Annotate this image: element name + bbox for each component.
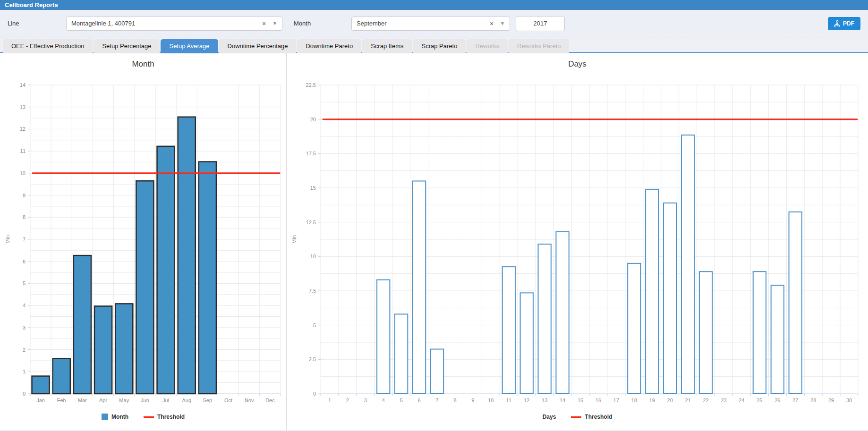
pdf-button-label: PDF xyxy=(843,20,854,27)
svg-text:23: 23 xyxy=(721,397,726,403)
bar-May[interactable] xyxy=(115,304,133,394)
days-chart-panel: Days 02.557.51012.51517.52022.5Min123456… xyxy=(287,53,868,430)
bar-22[interactable] xyxy=(699,271,712,394)
svg-text:4: 4 xyxy=(23,303,26,308)
svg-text:7: 7 xyxy=(23,237,26,242)
svg-text:27: 27 xyxy=(792,397,798,403)
bar-5[interactable] xyxy=(395,314,408,394)
svg-text:3: 3 xyxy=(364,397,367,403)
bar-Apr[interactable] xyxy=(94,306,112,394)
svg-text:Min: Min xyxy=(291,235,297,244)
svg-text:7.5: 7.5 xyxy=(309,288,316,294)
clear-icon[interactable]: × xyxy=(486,20,497,27)
svg-text:10: 10 xyxy=(20,170,26,176)
svg-text:Oct: Oct xyxy=(224,397,232,403)
svg-text:22.5: 22.5 xyxy=(306,82,316,88)
pdf-button[interactable]: PDF xyxy=(828,17,860,30)
legend-item-threshold[interactable]: Threshold xyxy=(144,414,185,420)
clear-icon[interactable]: × xyxy=(258,20,270,27)
bar-Feb[interactable] xyxy=(53,358,70,394)
bar-25[interactable] xyxy=(753,271,766,394)
tab-downtime-percentage[interactable]: Downtime Percentage xyxy=(219,39,297,53)
tab-downtime-pareto[interactable]: Downtime Pareto xyxy=(297,39,361,53)
tab-reworks-pareto: Reworks Pareto xyxy=(509,39,569,53)
svg-text:17.5: 17.5 xyxy=(306,151,316,156)
bar-27[interactable] xyxy=(789,212,802,394)
bar-Aug[interactable] xyxy=(178,117,196,394)
legend-label: Threshold xyxy=(157,414,185,420)
bar-Jun[interactable] xyxy=(136,181,153,394)
svg-text:21: 21 xyxy=(685,397,691,403)
month-chart-panel: Month 01234567891011121314MinJanFebMarAp… xyxy=(0,53,287,430)
bar-21[interactable] xyxy=(681,135,694,394)
svg-text:10: 10 xyxy=(488,397,494,403)
svg-text:4: 4 xyxy=(382,397,385,403)
legend-item-month[interactable]: Month xyxy=(102,414,128,420)
month-select[interactable]: September × ▼ xyxy=(351,17,510,31)
svg-text:15: 15 xyxy=(310,185,316,191)
svg-text:Jun: Jun xyxy=(141,397,149,403)
legend-label: Threshold xyxy=(585,414,612,420)
app-title: Cellboard Reports xyxy=(0,0,868,10)
tab-setup-percentage[interactable]: Setup Percentage xyxy=(94,39,160,53)
svg-text:12: 12 xyxy=(524,397,529,403)
svg-text:May: May xyxy=(119,397,129,403)
svg-text:25: 25 xyxy=(757,397,762,403)
chevron-down-icon[interactable]: ▼ xyxy=(497,21,505,26)
line-select-value: Montagelinie 1, 400791 xyxy=(71,20,258,27)
svg-text:2: 2 xyxy=(23,347,26,353)
line-select[interactable]: Montagelinie 1, 400791 × ▼ xyxy=(66,17,282,31)
svg-text:Feb: Feb xyxy=(57,397,66,403)
bar-6[interactable] xyxy=(413,181,425,394)
svg-text:9: 9 xyxy=(23,193,26,198)
svg-text:15: 15 xyxy=(578,397,583,403)
bar-Jan[interactable] xyxy=(32,376,50,394)
month-chart-legend: MonthThreshold xyxy=(0,414,286,420)
tab-scrap-pareto[interactable]: Scrap Pareto xyxy=(413,39,466,53)
tab-setup-average[interactable]: Setup Average xyxy=(161,39,218,53)
legend-swatch xyxy=(102,414,108,420)
svg-text:9: 9 xyxy=(471,397,474,403)
svg-text:8: 8 xyxy=(23,214,26,220)
svg-text:Apr: Apr xyxy=(99,397,107,403)
month-chart[interactable]: 01234567891011121314MinJanFebMarAprMayJu… xyxy=(0,69,286,411)
bar-4[interactable] xyxy=(377,280,390,394)
bar-Mar[interactable] xyxy=(74,255,91,394)
bar-7[interactable] xyxy=(431,349,443,394)
svg-text:12: 12 xyxy=(20,126,26,132)
month-select-value: September xyxy=(357,20,486,27)
bar-18[interactable] xyxy=(628,263,640,394)
bar-13[interactable] xyxy=(538,244,551,394)
month-chart-title: Month xyxy=(0,59,286,69)
svg-text:Jul: Jul xyxy=(162,397,169,403)
bar-20[interactable] xyxy=(664,203,676,394)
svg-text:10: 10 xyxy=(310,254,316,259)
bar-Sep[interactable] xyxy=(199,162,216,394)
year-input[interactable] xyxy=(516,16,565,31)
bar-12[interactable] xyxy=(520,293,533,394)
svg-text:3: 3 xyxy=(23,325,26,330)
svg-text:11: 11 xyxy=(506,397,511,403)
svg-text:1: 1 xyxy=(328,397,331,403)
svg-text:29: 29 xyxy=(828,397,834,403)
bar-14[interactable] xyxy=(556,232,569,394)
legend-item-threshold[interactable]: Threshold xyxy=(571,414,612,420)
bar-19[interactable] xyxy=(646,189,658,394)
bar-26[interactable] xyxy=(771,285,784,394)
svg-text:0: 0 xyxy=(23,391,26,397)
days-chart[interactable]: 02.557.51012.51517.52022.5Min12345678910… xyxy=(287,69,868,411)
svg-text:26: 26 xyxy=(774,397,780,403)
svg-text:13: 13 xyxy=(542,397,547,403)
bar-11[interactable] xyxy=(502,267,515,394)
svg-text:2.5: 2.5 xyxy=(309,356,316,362)
legend-line xyxy=(144,416,154,418)
legend-item-days[interactable]: Days xyxy=(543,414,556,420)
chevron-down-icon[interactable]: ▼ xyxy=(270,21,277,26)
svg-text:17: 17 xyxy=(613,397,619,403)
svg-text:5: 5 xyxy=(23,280,26,286)
tab-scrap-items[interactable]: Scrap Items xyxy=(362,39,412,53)
filter-bar: Line Montagelinie 1, 400791 × ▼ Month Se… xyxy=(0,10,868,37)
tab-oee-effective-production[interactable]: OEE - Effective Production xyxy=(3,39,93,53)
svg-text:2: 2 xyxy=(346,397,349,403)
bar-Jul[interactable] xyxy=(157,146,175,394)
